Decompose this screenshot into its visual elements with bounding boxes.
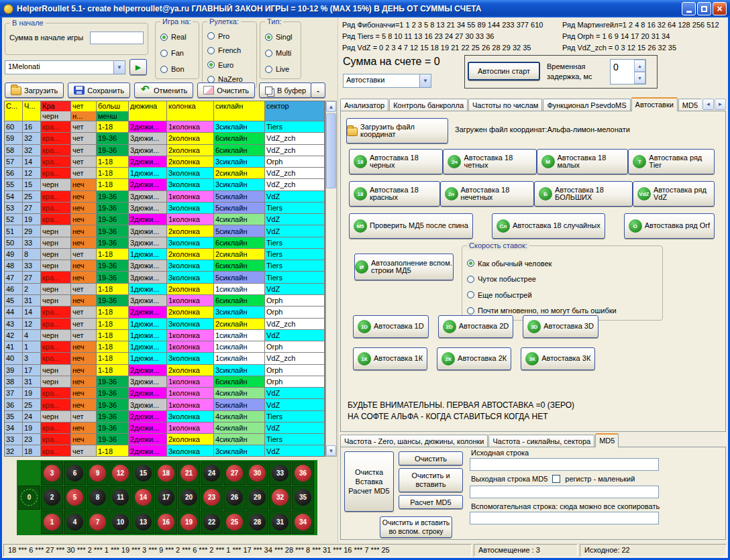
board-cell[interactable]: 0 — [18, 486, 40, 509]
history-row[interactable]: 57 14 кра... чет 1-18 2дюжи... 2колонка … — [5, 156, 325, 168]
board-cell[interactable]: 11 — [109, 486, 132, 509]
autostavka-button[interactable]: ОАвтоставка ряд Orf — [624, 213, 715, 239]
history-row[interactable]: 44 14 кра... чет 1-18 2дюжи... 2колонка … — [5, 306, 325, 318]
history-row[interactable]: 45 31 черн неч 19-36 3дюжи... 1колонка 6… — [5, 295, 325, 306]
board-cell[interactable]: 34 — [292, 510, 314, 534]
board-cell[interactable]: 27 — [223, 461, 246, 485]
history-row[interactable]: 50 33 черн неч 19-36 3дюжи... 3колонка 6… — [5, 237, 325, 249]
board-cell[interactable]: 2 — [41, 486, 63, 509]
autospin-start-button[interactable]: Автоспин старт — [468, 62, 540, 80]
spin-down-icon[interactable]: ▼ — [634, 72, 645, 84]
md5-clear-button[interactable]: Очистить — [399, 451, 463, 465]
board-cell[interactable]: 7 — [87, 510, 109, 534]
radio-option[interactable]: Fan — [160, 49, 197, 57]
history-row[interactable]: 37 19 кра... неч 19-36 2дюжи... 1колонка… — [5, 388, 325, 399]
autostavka-button[interactable]: М5Проверить МД5 после спина — [349, 213, 473, 239]
history-row[interactable]: 53 27 кра... неч 19-36 3дюжи... 3колонка… — [5, 203, 325, 214]
scroll-up-icon[interactable]: ▲ — [326, 101, 336, 112]
history-row[interactable]: 38 31 черн неч 19-36 3дюжи... 1колонка 6… — [5, 376, 325, 388]
history-row[interactable]: 48 33 черн неч 19-36 3дюжи... 3колонка 6… — [5, 260, 325, 272]
board-cell[interactable]: 33 — [269, 461, 291, 485]
autostavka-button[interactable]: 2нАвтоставка 18 нечетных — [440, 181, 535, 207]
toolbar-button[interactable]: Загрузить — [5, 82, 64, 98]
maximize-icon[interactable] — [697, 2, 711, 15]
autostavka-button[interactable]: БАвтоставка 18 БОЛЬШИХ — [534, 181, 633, 207]
board-cell[interactable]: 32 — [269, 486, 291, 509]
history-row[interactable]: 41 1 кра... неч 1-18 1дюжи... 1колонка 1… — [5, 341, 325, 353]
board-cell[interactable]: 31 — [269, 510, 291, 534]
autostavka-button[interactable]: 18Автоставка 18 черных — [349, 149, 443, 174]
board-cell[interactable]: 26 — [223, 486, 246, 509]
load-coordinates-button[interactable]: Загрузить файл координат — [346, 118, 448, 144]
history-row[interactable]: 54 25 кра... неч 19-36 3дюжи... 1колонка… — [5, 191, 325, 203]
md5-clear-paste-button[interactable]: Очистить и вставить — [399, 468, 463, 492]
profile-combo[interactable]: 1Melonati ▼ — [5, 60, 125, 74]
board-cell[interactable]: 25 — [223, 510, 246, 534]
delay-spinner[interactable]: 0 ▲ ▼ — [610, 59, 646, 85]
start-sum-input[interactable] — [90, 32, 144, 44]
board-cell[interactable]: 30 — [246, 461, 268, 485]
board-cell[interactable]: 15 — [132, 461, 154, 485]
play-icon[interactable]: ▶ — [129, 59, 147, 75]
history-row[interactable]: 35 24 черн чет 19-36 2дюжи... 3колонка 4… — [5, 411, 325, 423]
board-cell[interactable]: 14 — [132, 486, 154, 509]
board-cell[interactable]: 18 — [155, 461, 177, 485]
dropdown-icon[interactable]: ▼ — [419, 74, 431, 87]
board-cell[interactable]: 12 — [109, 461, 132, 485]
minus-button[interactable]: - — [311, 82, 325, 98]
md5-calc-button[interactable]: Расчет MD5 — [399, 495, 463, 509]
autostavka-button[interactable]: СлАвтоставка 18 случайных — [492, 213, 605, 239]
board-cell[interactable]: 23 — [201, 486, 223, 509]
board-cell[interactable]: 36 — [292, 461, 314, 485]
history-row[interactable]: 34 19 кра... неч 19-36 2дюжи... 1колонка… — [5, 423, 325, 434]
autostavka-button[interactable]: 1КАвтоставка 1К — [353, 347, 427, 370]
history-row[interactable]: 40 3 кра... неч 1-18 1дюжи... 3колонка 1… — [5, 353, 325, 364]
tab-left-icon[interactable]: ◄ — [702, 99, 714, 110]
tab[interactable]: Анализатор — [340, 99, 388, 111]
board-cell[interactable]: 5 — [64, 486, 86, 509]
tab-right-icon[interactable]: ► — [715, 99, 726, 110]
history-row[interactable]: 49 8 черн чет 1-18 1дюжи... 2колонка 2си… — [5, 249, 325, 260]
history-row[interactable]: 58 32 кра... чет 19-36 3дюжи... 2колонка… — [5, 145, 325, 156]
spin-up-icon[interactable]: ▲ — [634, 60, 645, 72]
board-cell[interactable]: 1 — [41, 510, 63, 534]
tab[interactable]: MD5 — [595, 433, 619, 447]
tab[interactable]: Частота - сиклайны, сектора — [488, 435, 594, 447]
autostavka-button[interactable]: 3DАвтоставка 3D — [523, 315, 598, 338]
radio-option[interactable]: Pro — [207, 32, 255, 40]
radio-option[interactable]: Euro — [207, 61, 255, 69]
history-row[interactable]: 42 4 черн чет 1-18 1дюжи... 1колонка 1си… — [5, 330, 325, 341]
board-cell[interactable]: 17 — [155, 486, 177, 509]
bets-combo[interactable]: Автоставки ▼ — [343, 74, 431, 88]
radio-option[interactable]: Чуток побыстрее — [467, 275, 661, 283]
tab[interactable]: Частота - Zero, шансы, дюжины, колонки — [340, 435, 488, 447]
scrollbar-thumb[interactable] — [326, 113, 336, 188]
history-row[interactable]: 33 23 кра... неч 19-36 2дюжи... 2колонка… — [5, 434, 325, 445]
register-checkbox[interactable] — [552, 475, 560, 483]
board-cell[interactable]: 28 — [246, 510, 268, 534]
history-row[interactable]: 39 17 черн неч 1-18 2дюжи... 2колонка 3с… — [5, 365, 325, 376]
board-cell[interactable]: 29 — [246, 486, 268, 509]
history-row[interactable]: 60 16 кра... чет 1-18 2дюжи... 1колонка … — [5, 121, 325, 133]
radio-option[interactable]: Еще побыстрей — [467, 291, 661, 299]
minimize-icon[interactable] — [682, 2, 696, 15]
history-row[interactable]: 56 12 кра... чет 1-18 1дюжи... 3колонка … — [5, 168, 325, 179]
history-row[interactable]: 46 2 черн чет 1-18 1дюжи... 2колонка 1си… — [5, 284, 325, 295]
radio-option[interactable]: Live — [265, 65, 299, 73]
tab[interactable]: Функционал PsevdoMS — [543, 99, 630, 111]
board-cell[interactable]: 21 — [178, 461, 200, 485]
board-cell[interactable]: 10 — [109, 510, 132, 534]
close-icon[interactable] — [713, 2, 727, 15]
autofill-md5-button[interactable]: ⇄ Автозаполнение вспом. строки МД5 — [354, 254, 454, 280]
table-scrollbar[interactable]: ▲ ▼ — [325, 101, 337, 457]
radio-option[interactable]: Real — [160, 33, 197, 41]
tab[interactable]: MD5 — [678, 99, 701, 111]
history-row[interactable]: 51 29 черн неч 19-36 3дюжи... 2колонка 5… — [5, 225, 325, 237]
autostavka-button[interactable]: VdZАвтоставка ряд VdZ — [633, 181, 715, 207]
history-row[interactable]: 32 18 кра... чет 1-18 2дюжи... 3колонка … — [5, 445, 325, 457]
toolbar-button[interactable]: В буфер — [259, 82, 312, 98]
radio-option[interactable]: Bon — [160, 65, 197, 73]
autostavka-button[interactable]: МАвтоставка 18 малых — [537, 149, 629, 174]
board-cell[interactable]: 22 — [201, 510, 223, 534]
autostavka-button[interactable]: 1DАвтоставка 1D — [353, 315, 429, 338]
